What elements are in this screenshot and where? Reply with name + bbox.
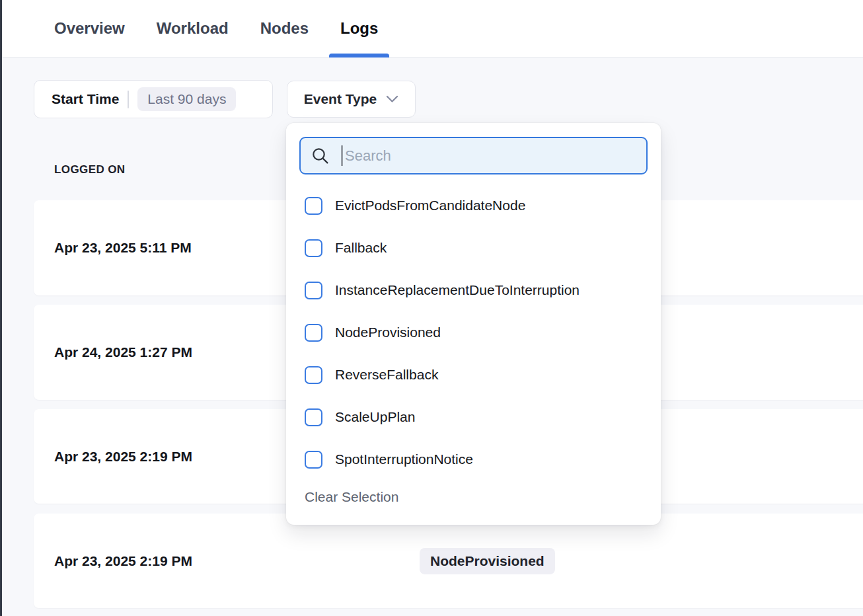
option-evictpodsfromcandidatenode[interactable]: EvictPodsFromCandidateNode [299, 184, 648, 227]
checkbox-icon[interactable] [305, 239, 322, 257]
window-left-edge [0, 0, 2, 616]
filter-divider [128, 91, 129, 108]
start-time-filter-value: Last 90 days [137, 87, 236, 111]
checkbox-icon[interactable] [305, 282, 322, 299]
option-label: ScaleUpPlan [335, 409, 415, 425]
tab-nodes[interactable]: Nodes [260, 0, 309, 57]
tab-workload-label: Workload [157, 19, 229, 38]
start-time-filter-button[interactable]: Start Time Last 90 days [34, 80, 273, 118]
dropdown-search-input[interactable] [344, 147, 636, 165]
tab-nodes-label: Nodes [260, 19, 309, 38]
option-label: InstanceReplacementDueToInterruption [335, 282, 580, 298]
option-spotinterruptionnotice[interactable]: SpotInterruptionNotice [299, 438, 648, 481]
logged-on-timestamp: Apr 23, 2025 2:19 PM [54, 449, 192, 465]
event-type-filter-label: Event Type [304, 91, 377, 107]
logged-on-timestamp: Apr 23, 2025 2:19 PM [54, 553, 192, 569]
tab-overview-label: Overview [54, 19, 125, 38]
checkbox-icon[interactable] [305, 366, 322, 384]
tab-workload[interactable]: Workload [157, 0, 229, 57]
event-type-filter-button[interactable]: Event Type [287, 81, 416, 118]
chevron-down-icon [386, 95, 398, 103]
tab-logs[interactable]: Logs [340, 0, 378, 57]
option-label: NodeProvisioned [335, 325, 441, 340]
event-type-dropdown-panel: EvictPodsFromCandidateNode Fallback Inst… [286, 123, 661, 525]
tab-logs-label: Logs [340, 19, 378, 38]
option-fallback[interactable]: Fallback [299, 227, 648, 269]
option-label: Fallback [335, 240, 387, 256]
event-type-option-list: EvictPodsFromCandidateNode Fallback Inst… [299, 184, 648, 481]
column-header-logged-on: LOGGED ON [54, 163, 126, 176]
clear-selection-button[interactable]: Clear Selection [299, 489, 648, 505]
search-icon [311, 147, 330, 165]
logged-on-timestamp: Apr 23, 2025 5:11 PM [54, 240, 192, 256]
option-reversefallback[interactable]: ReverseFallback [299, 354, 648, 396]
option-nodeprovisioned[interactable]: NodeProvisioned [299, 311, 648, 354]
option-label: ReverseFallback [335, 367, 438, 383]
log-table-row[interactable]: Apr 23, 2025 2:19 PM NodeProvisioned [34, 514, 863, 608]
checkbox-icon[interactable] [305, 451, 322, 469]
logged-on-timestamp: Apr 24, 2025 1:27 PM [54, 344, 192, 360]
checkbox-icon[interactable] [305, 197, 322, 215]
option-instancereplacementduetointerruption[interactable]: InstanceReplacementDueToInterruption [299, 269, 648, 311]
dropdown-search-box[interactable] [299, 137, 648, 174]
tab-bar: Overview Workload Nodes Logs [0, 0, 863, 58]
option-label: EvictPodsFromCandidateNode [335, 198, 525, 213]
event-type-badge: NodeProvisioned [420, 548, 555, 574]
option-scaleupplan[interactable]: ScaleUpPlan [299, 396, 648, 438]
text-caret [341, 145, 343, 166]
checkbox-icon[interactable] [305, 408, 322, 426]
start-time-filter-label: Start Time [52, 91, 119, 107]
checkbox-icon[interactable] [305, 324, 322, 342]
tab-overview[interactable]: Overview [54, 0, 125, 57]
option-label: SpotInterruptionNotice [335, 451, 473, 467]
active-tab-indicator [329, 54, 389, 58]
